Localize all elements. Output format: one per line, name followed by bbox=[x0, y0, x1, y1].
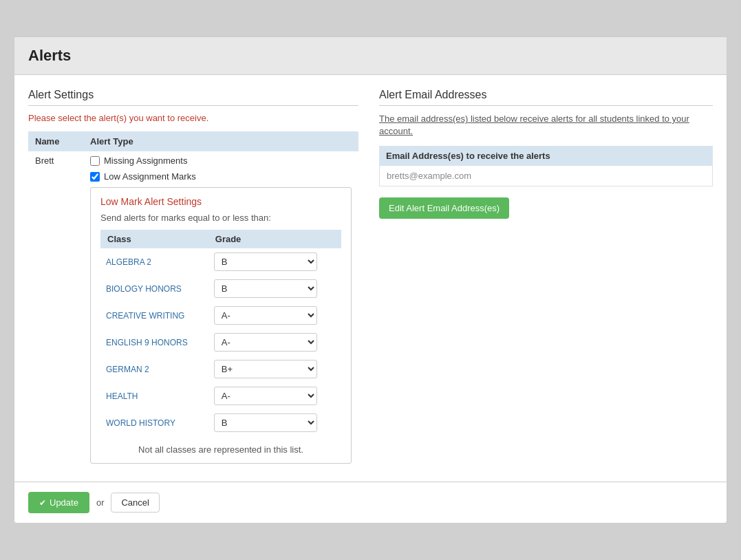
grade-select-cell: A+AA-B+BB-C+CC-D+DD-F bbox=[208, 356, 341, 383]
grade-column-header: Grade bbox=[208, 230, 341, 248]
grade-select-cell: A+AA-B+BB-C+CC-D+DD-F bbox=[208, 248, 341, 275]
right-panel: Alert Email Addresses The email address(… bbox=[379, 89, 713, 468]
update-button[interactable]: Update bbox=[28, 492, 89, 513]
grade-select-health[interactable]: A+AA-B+BB-C+CC-D+DD-F bbox=[214, 387, 317, 405]
class-name-cell: ALGEBRA 2 bbox=[100, 248, 208, 275]
page-container: Alerts Alert Settings Please select the … bbox=[14, 36, 727, 524]
class-grade-row: ALGEBRA 2A+AA-B+BB-C+CC-D+DD-F bbox=[100, 248, 341, 275]
page-body: Alert Settings Please select the alert(s… bbox=[14, 75, 727, 482]
checkmark-icon bbox=[39, 497, 46, 508]
missing-assignments-label[interactable]: Missing Assignments bbox=[104, 155, 187, 166]
or-text: or bbox=[96, 497, 105, 508]
email-instruction: The email address(es) listed below recei… bbox=[379, 113, 713, 138]
page-header: Alerts bbox=[14, 37, 727, 75]
student-name: Brett bbox=[28, 151, 83, 468]
low-assignment-marks-label[interactable]: Low Assignment Marks bbox=[104, 171, 196, 182]
grade-select-cell: A+AA-B+BB-C+CC-D+DD-F bbox=[208, 275, 341, 302]
class-grade-table: Class Grade ALGEBRA 2A+AA-B+BB-C+CC-D+DD… bbox=[100, 230, 341, 436]
edit-email-button[interactable]: Edit Alert Email Address(es) bbox=[379, 197, 509, 219]
not-all-classes-note: Not all classes are represented in this … bbox=[100, 444, 341, 455]
low-mark-title: Low Mark Alert Settings bbox=[100, 196, 341, 207]
left-panel: Alert Settings Please select the alert(s… bbox=[28, 89, 358, 468]
email-header-row: Email Address(es) to receive the alerts bbox=[379, 146, 713, 166]
grade-select-algebra-2[interactable]: A+AA-B+BB-C+CC-D+DD-F bbox=[214, 252, 317, 271]
grade-select-cell: A+AA-B+BB-C+CC-D+DD-F bbox=[208, 329, 341, 356]
class-grade-row: HEALTHA+AA-B+BB-C+CC-D+DD-F bbox=[100, 383, 341, 409]
class-grade-row: CREATIVE WRITINGA+AA-B+BB-C+CC-D+DD-F bbox=[100, 302, 341, 329]
email-value-row: bretts@example.com bbox=[379, 166, 713, 186]
class-grade-row: ENGLISH 9 HONORSA+AA-B+BB-C+CC-D+DD-F bbox=[100, 329, 341, 356]
page-title: Alerts bbox=[28, 47, 713, 65]
grade-select-cell: A+AA-B+BB-C+CC-D+DD-F bbox=[208, 383, 341, 409]
class-name-cell: GERMAN 2 bbox=[100, 356, 208, 383]
class-name-cell: HEALTH bbox=[100, 383, 208, 409]
page-footer: Update or Cancel bbox=[14, 482, 727, 523]
class-grade-row: GERMAN 2A+AA-B+BB-C+CC-D+DD-F bbox=[100, 356, 341, 383]
low-assignment-marks-row: Low Assignment Marks bbox=[90, 171, 352, 182]
alert-type-column-header: Alert Type bbox=[83, 131, 358, 151]
name-column-header: Name bbox=[28, 131, 83, 151]
alert-instruction: Please select the alert(s) you want to r… bbox=[28, 113, 358, 123]
grade-select-cell: A+AA-B+BB-C+CC-D+DD-F bbox=[208, 302, 341, 329]
email-section-title: Alert Email Addresses bbox=[379, 89, 713, 106]
grade-select-biology-honors[interactable]: A+AA-B+BB-C+CC-D+DD-F bbox=[214, 279, 317, 298]
grade-select-world-history[interactable]: A+AA-B+BB-C+CC-D+DD-F bbox=[214, 413, 317, 432]
class-grade-row: WORLD HISTORYA+AA-B+BB-C+CC-D+DD-F bbox=[100, 409, 341, 436]
class-name-cell: ENGLISH 9 HONORS bbox=[100, 329, 208, 356]
class-name-cell: WORLD HISTORY bbox=[100, 409, 208, 436]
grade-select-cell: A+AA-B+BB-C+CC-D+DD-F bbox=[208, 409, 341, 436]
missing-assignments-row: Missing Assignments bbox=[90, 155, 352, 166]
class-name-cell: BIOLOGY HONORS bbox=[100, 275, 208, 302]
table-row: Brett Missing Assignments Low Assignment… bbox=[28, 151, 358, 468]
low-mark-subtitle: Send alerts for marks equal to or less t… bbox=[100, 213, 341, 223]
edit-email-label: Edit Alert Email Address(es) bbox=[389, 203, 500, 213]
class-column-header: Class bbox=[100, 230, 208, 248]
cancel-button[interactable]: Cancel bbox=[111, 493, 159, 513]
update-label: Update bbox=[50, 497, 78, 508]
grade-select-german-2[interactable]: A+AA-B+BB-C+CC-D+DD-F bbox=[214, 360, 317, 378]
grade-select-english-9-honors[interactable]: A+AA-B+BB-C+CC-D+DD-F bbox=[214, 333, 317, 352]
alert-table: Name Alert Type Brett Missing Assignment… bbox=[28, 131, 358, 468]
email-instruction-text1: The email address(es) listed below bbox=[379, 114, 519, 124]
class-name-cell: CREATIVE WRITING bbox=[100, 302, 208, 329]
low-mark-box: Low Mark Alert Settings Send alerts for … bbox=[90, 187, 352, 464]
missing-assignments-checkbox[interactable] bbox=[90, 156, 100, 166]
low-assignment-marks-checkbox[interactable] bbox=[90, 172, 100, 182]
class-grade-row: BIOLOGY HONORSA+AA-B+BB-C+CC-D+DD-F bbox=[100, 275, 341, 302]
alert-type-cell: Missing Assignments Low Assignment Marks… bbox=[83, 151, 358, 468]
alert-settings-title: Alert Settings bbox=[28, 89, 358, 106]
grade-select-creative-writing[interactable]: A+AA-B+BB-C+CC-D+DD-F bbox=[214, 306, 317, 325]
